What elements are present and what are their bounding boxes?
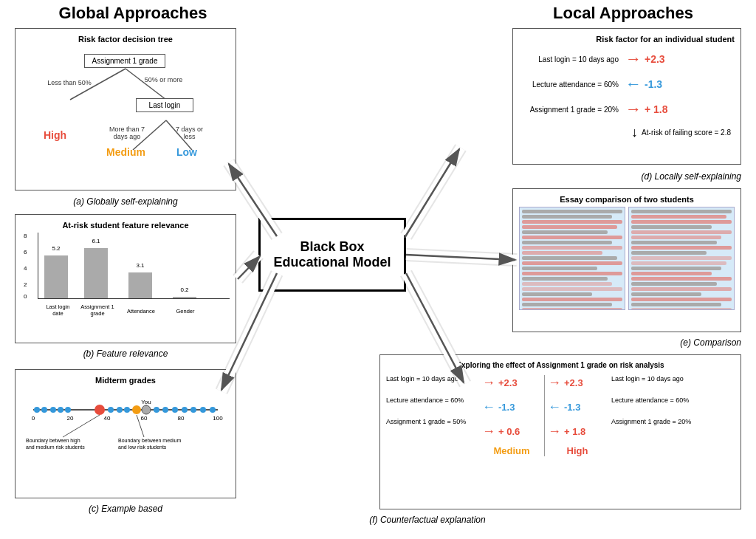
svg-line-43 <box>238 255 258 279</box>
panel-e-title: Essay comparison of two students <box>519 195 735 204</box>
tree-leaf-medium: Medium <box>106 146 145 158</box>
cf-right-label-1: Last login = 10 days ago <box>611 375 703 383</box>
tree-leaf-low: Low <box>176 146 197 158</box>
timeline: 0 20 40 60 80 100 <box>21 389 230 456</box>
y-label-8: 8 <box>24 233 27 239</box>
cf-arrow-r1: → <box>482 375 495 391</box>
svg-line-51 <box>406 255 517 260</box>
arrow-left-2: ← <box>625 75 642 94</box>
cf-verdict-1: Medium <box>482 445 541 456</box>
panel-e-caption: (e) Comparison <box>512 334 741 348</box>
svg-point-19 <box>124 407 130 413</box>
panel-a-caption: (a) Globally self-explaining <box>15 193 236 207</box>
bar-chart: 8 6 4 2 0 5.2 Last login date 6.1 Assign… <box>21 233 230 321</box>
cf-col2-row3: → + 1.8 <box>548 424 607 439</box>
panel-f-caption: (f) Counterfactual explanation <box>247 512 608 525</box>
risk-score-label: At-risk of failing score = 2.8 <box>642 128 731 137</box>
svg-line-52 <box>406 255 517 260</box>
svg-text:100: 100 <box>213 415 223 422</box>
svg-line-1 <box>126 69 166 100</box>
risk-value-3: + 1.8 <box>645 103 668 115</box>
down-arrow: ↓ <box>631 125 638 140</box>
panel-c-caption: (c) Example based <box>15 501 236 514</box>
svg-text:and low risk students: and low risk students <box>118 444 167 450</box>
svg-point-27 <box>200 407 206 413</box>
risk-label-2: Lecture attendance = 60% <box>519 80 622 89</box>
bar-3-label: Attendance <box>126 308 157 315</box>
bar-2-label: Assignment 1 grade <box>80 303 115 317</box>
svg-text:40: 40 <box>104 415 111 422</box>
cf-arrow-r1-2: → <box>548 375 561 391</box>
cf-col2-row2: ← -1.3 <box>548 399 607 415</box>
black-box-text: Black Box Educational Model <box>261 239 404 270</box>
tree-label-7less: 7 days or less <box>169 126 210 140</box>
tree-label-less50: Less than 50% <box>47 79 92 86</box>
svg-text:0: 0 <box>32 415 35 422</box>
svg-text:Boundary between medium: Boundary between medium <box>118 438 181 444</box>
svg-line-53 <box>406 255 515 260</box>
risk-row-3: Assignment 1 grade = 20% → + 1.8 <box>519 100 735 119</box>
cf-val1-1: +2.3 <box>498 377 518 388</box>
cf-left-labels: Last login = 10 days ago Lecture attenda… <box>386 375 482 431</box>
bar-3-value: 3.1 <box>128 262 152 269</box>
cf-left-label-1: Last login = 10 days ago <box>386 375 479 383</box>
essay-col-1 <box>519 207 625 310</box>
svg-text:20: 20 <box>67 415 74 422</box>
svg-point-28 <box>210 407 216 413</box>
bar-2-value: 6.1 <box>84 238 108 244</box>
svg-point-26 <box>190 407 196 413</box>
cf-arrow-l2: ← <box>482 399 495 415</box>
cf-val2-2: -1.3 <box>564 402 580 413</box>
risk-value-1: +2.3 <box>645 53 665 65</box>
svg-point-17 <box>108 407 114 413</box>
svg-point-11 <box>34 407 40 413</box>
cf-left-label-2: Lecture attendance = 60% <box>386 396 479 405</box>
cf-verdict-2: High <box>548 445 607 456</box>
cf-val1-2: -1.3 <box>498 402 515 413</box>
panel-d-caption: (d) Locally self-explaining <box>512 168 741 182</box>
panel-f: Exploring the effect of Assignment 1 gra… <box>379 354 741 509</box>
essay-comparison <box>519 207 735 310</box>
panel-b: At-risk student feature relevance 8 6 4 … <box>15 214 236 343</box>
risk-label-1: Last login = 10 days ago <box>519 55 622 63</box>
svg-point-23 <box>162 407 168 413</box>
bar-1: 5.2 <box>44 255 68 298</box>
black-box: Black Box Educational Model <box>258 218 406 292</box>
tree-root-node: Assignment 1 grade <box>84 54 165 68</box>
svg-point-13 <box>50 407 56 413</box>
svg-point-14 <box>58 407 63 413</box>
svg-text:You: You <box>141 399 151 405</box>
cf-col-2: → +2.3 ← -1.3 → + 1.8 High <box>548 375 607 456</box>
panel-b-title: At-risk student feature relevance <box>21 221 230 230</box>
tree-container: Assignment 1 grade High Last login Mediu… <box>21 48 230 170</box>
tree-node-login: Last login <box>136 98 193 112</box>
cf-divider <box>544 375 545 456</box>
cf-arrow-r3-2: → <box>548 424 561 439</box>
y-label-0: 0 <box>24 293 27 300</box>
svg-line-48 <box>406 148 461 236</box>
y-label-4: 4 <box>24 265 27 272</box>
cf-col2-row1: → +2.3 <box>548 375 607 391</box>
cf-content: Last login = 10 days ago Lecture attenda… <box>386 375 735 456</box>
panel-a: Risk factor decision tree Assignment 1 g… <box>15 28 236 190</box>
risk-score-row: ↓ At-risk of failing score = 2.8 <box>519 125 735 140</box>
bar-4-label: Gender <box>171 308 199 315</box>
risk-row-2: Lecture attendance = 60% ← -1.3 <box>519 75 735 94</box>
svg-point-15 <box>65 407 71 413</box>
arrow-right-3: → <box>625 100 642 119</box>
svg-line-49 <box>406 148 461 236</box>
bar-2: 6.1 <box>84 248 108 298</box>
cf-left-label-3: Assignment 1 grade = 50% <box>386 418 479 426</box>
essay-col-2 <box>628 207 735 310</box>
main-container: Global Approaches Local Approaches Risk … <box>0 0 756 539</box>
cf-val1-3: + 0.6 <box>498 426 520 437</box>
risk-row-1: Last login = 10 days ago → +2.3 <box>519 49 735 69</box>
y-label-2: 2 <box>24 281 27 288</box>
svg-point-24 <box>172 407 178 413</box>
arrow-right-1: → <box>625 49 642 69</box>
cf-col-1: → +2.3 ← -1.3 → + 0.6 Medium <box>482 375 541 456</box>
svg-text:80: 80 <box>178 415 185 422</box>
bar-1-value: 5.2 <box>44 245 68 252</box>
cf-right-label-2: Lecture attendance = 60% <box>611 396 703 405</box>
cf-arrow-l2-2: ← <box>548 399 561 415</box>
